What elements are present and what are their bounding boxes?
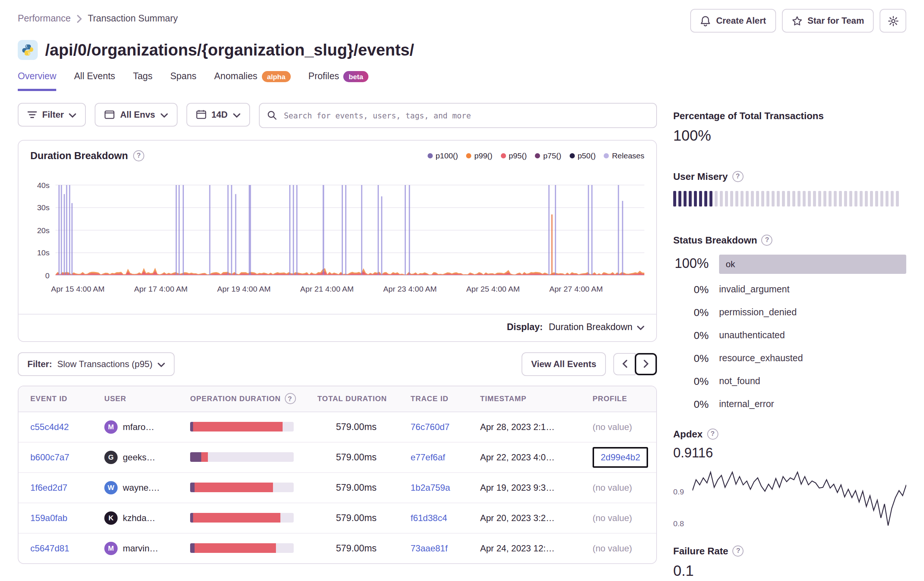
duration-segment	[190, 543, 194, 553]
misery-bar	[792, 190, 795, 206]
legend-item-p75[interactable]: p75()	[535, 151, 561, 160]
trace-id-link[interactable]: f61d38c4	[411, 513, 447, 523]
misery-bar	[772, 190, 775, 206]
trace-id-link[interactable]: 1b2a759a	[411, 482, 450, 493]
search-bar[interactable]	[259, 103, 657, 127]
status-label: internal_error	[719, 399, 774, 409]
breadcrumb-current: Transaction Summary	[87, 13, 178, 24]
trace-id-link[interactable]: e77ef6af	[411, 452, 445, 462]
duration-breakdown-panel: Duration Breakdown ? p100()p99()p95()p75…	[18, 139, 657, 341]
event-id-link[interactable]: 159a0fab	[30, 513, 67, 523]
calendar-icon	[196, 109, 206, 119]
profile-cell: (no value)	[581, 422, 656, 432]
star-for-team-button[interactable]: Star for Team	[782, 9, 874, 33]
user-cell: Mmfaro…	[92, 420, 178, 433]
event-id-link[interactable]: b600c7a7	[30, 452, 69, 462]
trace-id-link[interactable]: 76c760d7	[411, 422, 449, 432]
tab-overview[interactable]: Overview	[18, 71, 56, 91]
event-id-link[interactable]: c5647d81	[30, 543, 69, 553]
chevron-down-icon	[233, 109, 240, 119]
tab-label: Anomalies	[214, 71, 257, 82]
status-percent: 0%	[673, 329, 709, 341]
help-icon[interactable]: ?	[707, 428, 718, 439]
date-range-selector[interactable]: 14D	[186, 103, 250, 126]
status-row-permission_denied: 0%permission_denied	[673, 306, 906, 318]
breadcrumb-performance[interactable]: Performance	[18, 13, 71, 24]
tab-all-events[interactable]: All Events	[74, 71, 115, 91]
status-breakdown-section: Status Breakdown ? 100%ok0%invalid_argum…	[673, 234, 906, 410]
star-icon	[791, 15, 802, 26]
misery-bar	[782, 190, 785, 206]
trace-id-link[interactable]: 73aae81f	[411, 543, 447, 553]
event-id-link[interactable]: 1f6ed2d7	[30, 482, 67, 493]
duration-segment	[193, 422, 282, 432]
search-input[interactable]	[282, 110, 649, 120]
next-page-button[interactable]	[635, 353, 657, 375]
legend-item-p95[interactable]: p95()	[500, 151, 527, 160]
column-header-timestamp: Timestamp	[468, 394, 581, 402]
failure-rate-label: Failure Rate	[673, 545, 728, 556]
display-selector[interactable]: Duration Breakdown	[549, 321, 644, 332]
avatar: K	[104, 511, 118, 525]
help-icon[interactable]: ?	[284, 393, 295, 404]
content: Filter All Envs	[0, 91, 924, 579]
trace-id-cell: f61d38c4	[399, 513, 468, 523]
duration-chart-plot[interactable]: Apr 15 4:00 AMApr 17 4:00 AMApr 19 4:00 …	[56, 168, 644, 296]
previous-page-button[interactable]	[613, 353, 635, 375]
tab-tags[interactable]: Tags	[133, 71, 152, 91]
tab-anomalies[interactable]: Anomaliesalpha	[214, 71, 290, 91]
help-icon[interactable]: ?	[762, 234, 773, 245]
legend-item-Releases[interactable]: Releases	[604, 151, 644, 160]
tab-profiles[interactable]: Profilesbeta	[308, 71, 368, 91]
help-icon[interactable]: ?	[133, 150, 144, 161]
legend-label: p75()	[543, 151, 561, 160]
settings-button[interactable]	[879, 9, 906, 33]
apdex-y-tick: 0.8	[673, 519, 684, 528]
create-alert-button[interactable]: Create Alert	[690, 9, 776, 33]
total-duration-cell: 579.00ms	[305, 422, 399, 432]
legend-item-p100[interactable]: p100()	[427, 151, 458, 160]
status-percent: 0%	[673, 283, 709, 295]
status-label: ok	[726, 259, 735, 269]
user-name: mfaro…	[123, 422, 154, 432]
operation-duration-cell	[178, 422, 305, 432]
tab-spans[interactable]: Spans	[170, 71, 196, 91]
misery-bar	[725, 190, 728, 206]
apdex-sparkline-svg	[693, 467, 906, 530]
misery-bar	[766, 190, 769, 206]
help-icon[interactable]: ?	[732, 170, 743, 182]
duration-segment	[190, 452, 201, 462]
view-all-events-button[interactable]: View All Events	[521, 352, 606, 376]
y-tick-label: 30s	[37, 203, 50, 212]
legend-label: p100()	[436, 151, 458, 160]
misery-bar	[823, 190, 827, 206]
duration-chart-x-axis: Apr 15 4:00 AMApr 17 4:00 AMApr 19 4:00 …	[56, 281, 644, 296]
operation-duration-cell	[178, 452, 305, 462]
legend-item-p50[interactable]: p50()	[569, 151, 596, 160]
legend-item-p99[interactable]: p99()	[466, 151, 492, 160]
avatar: W	[104, 481, 118, 494]
user-cell: Mmarvin…	[92, 541, 178, 555]
tab-label: All Events	[74, 71, 115, 82]
apdex-section: Apdex ? 0.9116 0.90.8	[673, 428, 906, 530]
duration-chart: 40s30s20s10s0 Apr 15 4:00 AMApr 17 4:00 …	[18, 166, 656, 296]
transaction-filter-button[interactable]: Filter: Slow Transactions (p95)	[18, 352, 175, 376]
event-id-link[interactable]: c55c4d42	[30, 422, 69, 432]
timestamp-cell: Apr 24, 2023 12:…	[468, 543, 581, 553]
misery-bar	[730, 190, 733, 206]
misery-bar	[886, 190, 888, 206]
legend-dot-icon	[604, 153, 609, 158]
profile-link[interactable]: 2d99e4b2	[592, 447, 648, 467]
apdex-label: Apdex	[673, 428, 703, 439]
page: Performance Transaction Summary Create A…	[0, 0, 924, 581]
tab-label: Profiles	[308, 71, 339, 82]
column-header-label: Trace ID	[411, 394, 448, 402]
transaction-filter-label: Filter:	[27, 359, 52, 369]
filter-button[interactable]: Filter	[18, 103, 86, 126]
filter-row: Filter All Envs	[18, 103, 657, 127]
help-icon[interactable]: ?	[733, 545, 744, 556]
status-row-resource_exhausted: 0%resource_exhausted	[673, 352, 906, 364]
event-id-cell: 1f6ed2d7	[18, 482, 92, 493]
environment-selector[interactable]: All Envs	[95, 103, 178, 126]
user-cell: Wwayne.…	[92, 481, 178, 494]
